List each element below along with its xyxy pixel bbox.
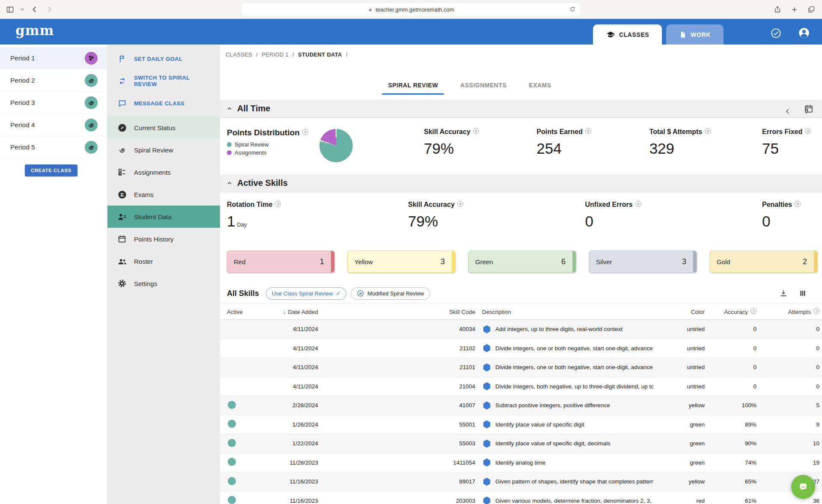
menu-item-current-status[interactable]: Current Status [107,116,220,139]
skill-hexagon-icon[interactable] [482,325,491,334]
menu-item-spiral-review[interactable]: Spiral Review [107,139,220,161]
columns-icon[interactable] [799,289,807,297]
menu-item-settings[interactable]: Settings [107,272,220,295]
table-row[interactable]: 11/28/2023 1411054 Identify analog time … [220,453,822,473]
set-daily-goal-action[interactable]: SET DAILY GOAL [107,48,220,70]
switch-to-spiral-review-action[interactable]: SWITCH TO SPIRAL REVIEW [107,70,220,92]
sidebar-item-period-2[interactable]: Period 2 [0,69,107,92]
badge-gold[interactable]: Gold2 [710,251,818,273]
download-icon[interactable] [779,289,788,298]
badge-yellow[interactable]: Yellow3 [348,251,456,273]
tab-spiral-review[interactable]: SPIRAL REVIEW [388,82,438,95]
col-skill-code[interactable]: Skill Code [318,309,475,315]
table-row[interactable]: 4/11/2024 21101 Divide integers, one or … [220,358,822,377]
breadcrumb-period-1[interactable]: PERIOD 1 [262,51,289,58]
reload-icon[interactable] [569,5,576,13]
sidebar-item-period-5[interactable]: Period 5 [0,136,107,158]
table-row[interactable]: 4/11/2024 40034 Add integers, up to thre… [220,320,822,339]
badge-green[interactable]: Green6 [468,251,576,273]
color-cell: green [653,421,705,428]
description-cell: Identify place value of specific digit, … [495,440,611,447]
chevron-down-icon[interactable] [20,8,24,11]
collapse-caret-icon[interactable] [226,105,233,112]
graduation-cap-icon [606,30,615,39]
tab-exams[interactable]: EXAMS [529,82,551,95]
table-row[interactable]: 1/22/2024 55003 Identify place value of … [220,434,822,453]
share-icon[interactable] [774,5,781,14]
help-icon[interactable]: ? [705,128,711,134]
skill-hexagon-icon[interactable] [482,496,491,504]
col-color[interactable]: Color [653,309,705,315]
use-class-spiral-review-chip[interactable]: Use Class Spiral Review✓ [266,287,346,300]
tab-work[interactable]: WORK [666,24,724,45]
skill-hexagon-icon[interactable] [482,363,491,372]
next-student-icon[interactable] [802,107,811,116]
skill-hexagon-icon[interactable] [482,458,491,467]
col-attempts[interactable]: Attempts? [756,309,819,315]
table-row[interactable]: 4/11/2024 21004 Divide integers, both ne… [220,377,822,397]
menu-item-exams[interactable]: E Exams [107,183,220,206]
prev-student-icon[interactable] [783,107,792,116]
tab-assignments[interactable]: ASSIGNMENTS [460,82,506,95]
create-class-button[interactable]: CREATE CLASS [25,164,77,176]
new-tab-icon[interactable] [791,6,798,13]
chat-launcher-button[interactable] [791,475,815,499]
help-icon[interactable]: ? [795,201,801,207]
help-icon[interactable]: ? [805,128,811,134]
tab-classes[interactable]: CLASSES [593,24,662,45]
sidebar-item-period-4[interactable]: Period 4 [0,114,107,136]
help-icon[interactable]: ? [275,201,281,207]
breadcrumb-student-data[interactable]: STUDENT DATA [298,51,342,58]
help-icon[interactable]: ? [473,128,479,134]
sidebar-item-period-1[interactable]: Period 1 [0,47,107,69]
collapse-caret-icon[interactable] [226,180,233,187]
skill-hexagon-icon[interactable] [482,382,491,391]
menu-sidebar: SET DAILY GOAL SWITCH TO SPIRAL REVIEW M… [107,45,220,504]
help-icon[interactable]: ? [635,201,641,207]
skill-hexagon-icon[interactable] [482,401,491,410]
section-title: All Time [237,104,270,113]
all-time-section-header[interactable]: All Time [220,100,822,118]
skill-hexagon-icon[interactable] [482,477,491,486]
skill-hexagon-icon[interactable] [482,343,491,353]
help-icon[interactable]: ? [751,308,756,314]
badge-red[interactable]: Red1 [227,251,335,273]
sidebar-item-period-3[interactable]: Period 3 [0,92,107,114]
menu-item-points-history[interactable]: Points History [107,228,220,250]
message-class-action[interactable]: MESSAGE CLASS [107,92,220,114]
help-icon[interactable]: ? [585,128,591,134]
forward-icon[interactable] [45,5,54,14]
address-bar[interactable]: teacher.gmm.getmoremath.com [242,3,580,16]
flag-icon [117,54,127,64]
skill-hexagon-icon[interactable] [482,420,491,429]
breadcrumb-classes[interactable]: CLASSES [226,51,252,58]
back-icon[interactable] [30,5,39,14]
modified-spiral-review-chip[interactable]: Modified Spiral Review [351,287,430,300]
skill-code-cell: 203003 [318,498,475,504]
table-row[interactable]: 11/16/2023 89017 Given pattern of shapes… [220,472,822,492]
account-icon[interactable] [798,27,810,39]
help-icon[interactable]: ? [457,201,463,207]
badge-silver[interactable]: Silver3 [589,251,697,273]
table-row[interactable]: 4/11/2024 21102 Divide integers, one or … [220,339,822,358]
sidebar-toggle-icon[interactable] [6,6,14,14]
grading-check-icon[interactable] [770,27,782,39]
col-accuracy[interactable]: Accuracy? [705,309,756,315]
col-description[interactable]: Description [475,309,653,315]
table-row[interactable]: 1/26/2024 55001 Identify place value of … [220,415,822,435]
col-date-added[interactable]: ↓Date Added [244,309,318,315]
skill-code-cell: 1411054 [318,459,475,466]
menu-item-roster[interactable]: Roster [107,250,220,272]
help-icon[interactable]: ? [302,129,308,135]
stat-errors-fixed: Errors Fixed? 75 [762,128,818,169]
skill-code-cell: 40034 [318,326,475,332]
tab-overview-icon[interactable] [807,6,815,13]
menu-item-assignments[interactable]: Assignments [107,161,220,183]
col-active[interactable]: Active [227,309,244,315]
table-row[interactable]: 2/28/2024 41007 Subtract positive intege… [220,396,822,415]
help-icon[interactable]: ? [813,308,819,314]
menu-item-student-data[interactable]: Student Data [107,206,220,228]
active-skills-section-header[interactable]: Active Skills [220,174,822,192]
skill-hexagon-icon[interactable] [482,439,491,448]
table-row[interactable]: 11/16/2023 203003 Given various models, … [220,492,822,504]
